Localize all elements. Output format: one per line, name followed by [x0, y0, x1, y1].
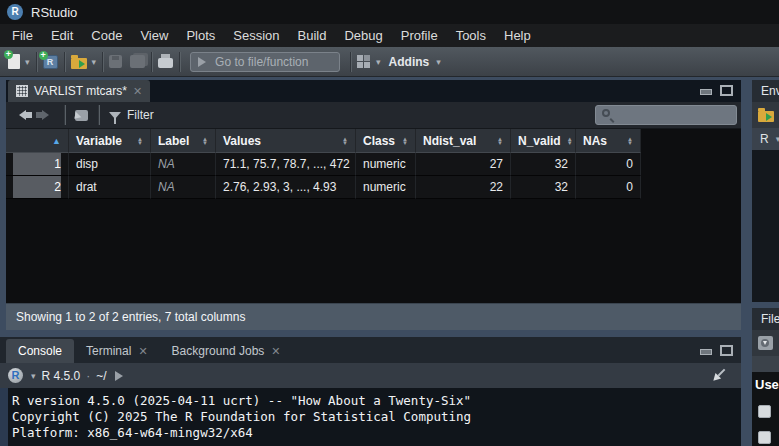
new-folder-icon[interactable] [758, 336, 773, 350]
maximize-icon[interactable] [720, 85, 733, 96]
tab-varlist-mtcars[interactable]: VARLIST mtcars* ✕ [8, 80, 150, 102]
maximize-icon[interactable] [720, 345, 733, 356]
minimize-icon[interactable] [700, 349, 712, 355]
panes-layout-button[interactable]: ▾ [357, 55, 381, 69]
open-file-button[interactable]: ▾ [71, 55, 97, 69]
open-directory-icon[interactable] [115, 371, 128, 381]
pane-window-buttons [700, 345, 733, 356]
addins-label: Addins [389, 55, 430, 69]
working-directory[interactable]: ~/ [96, 369, 106, 383]
sort-icon[interactable]: ▲▼ [196, 137, 208, 145]
menu-help[interactable]: Help [495, 24, 540, 47]
chevron-down-icon[interactable]: ▾ [31, 371, 36, 381]
sort-icon[interactable]: ▲▼ [491, 137, 503, 145]
files-path-bar [752, 356, 779, 372]
tab-environment[interactable]: Environment [752, 80, 779, 102]
environment-pane: Environment R ▾ [752, 80, 779, 302]
print-button[interactable] [158, 55, 173, 68]
chevron-down-icon[interactable]: ▾ [25, 57, 30, 67]
console-line: Copyright (C) 2025 The R Foundation for … [8, 409, 741, 425]
files-list: Users [752, 372, 779, 444]
tab-terminal[interactable]: Terminal ✕ [74, 339, 160, 363]
close-icon[interactable]: ✕ [271, 346, 280, 357]
sort-icon[interactable]: ▲▼ [621, 137, 633, 145]
files-breadcrumb[interactable]: Users [755, 377, 779, 392]
console-output[interactable]: R version 4.5.0 (2025-04-11 ucrt) -- "Ho… [0, 388, 741, 446]
menu-debug[interactable]: Debug [335, 24, 391, 47]
panes-grid-icon [357, 55, 371, 69]
title-bar: R RStudio [0, 0, 779, 24]
tab-background-jobs[interactable]: Background Jobs ✕ [160, 339, 293, 363]
tab-files[interactable]: Files [752, 308, 779, 330]
file-checkbox[interactable] [758, 405, 771, 418]
load-workspace-icon[interactable] [758, 111, 774, 122]
main-toolbar: + ▾ R+ ▾ ▾ [0, 47, 779, 77]
file-checkbox[interactable] [758, 431, 771, 444]
menu-build[interactable]: Build [289, 24, 336, 47]
back-button[interactable] [14, 110, 32, 120]
column-header-class[interactable]: Class▲▼ [356, 129, 416, 153]
save-icon [109, 55, 122, 68]
sort-icon[interactable]: ▲▼ [336, 137, 348, 145]
menu-profile[interactable]: Profile [392, 24, 447, 47]
sort-icon[interactable]: ▲▼ [396, 137, 408, 145]
r-version-icon[interactable]: R [8, 368, 23, 383]
data-viewer-icon [16, 85, 28, 97]
data-search-box[interactable] [595, 105, 737, 125]
minimize-icon[interactable] [700, 89, 712, 95]
sort-ascending-icon: ▲ [52, 129, 61, 153]
table-status-bar: Showing 1 to 2 of 2 entries, 7 total col… [6, 303, 741, 330]
toolbar-separator [64, 105, 65, 125]
chevron-down-icon[interactable]: ▾ [92, 57, 97, 67]
workspace: VARLIST mtcars* ✕ Filter [0, 77, 779, 446]
console-pane: Console Terminal ✕ Background Jobs ✕ R ▾ [0, 337, 741, 446]
rstudio-logo-icon: R [7, 4, 23, 20]
menu-tools[interactable]: Tools [447, 24, 495, 47]
new-project-icon: R+ [43, 55, 58, 69]
filter-icon[interactable] [109, 112, 121, 119]
sort-icon[interactable]: ▲▼ [561, 137, 573, 145]
column-header-n-valid[interactable]: N_valid▲▼ [511, 129, 576, 153]
menu-edit[interactable]: Edit [42, 24, 82, 47]
save-button[interactable] [109, 55, 122, 68]
column-header-values[interactable]: Values▲▼ [216, 129, 356, 153]
filter-button[interactable]: Filter [127, 108, 154, 122]
goto-file-search[interactable] [190, 52, 340, 72]
pane-window-buttons [700, 85, 733, 96]
column-header-nas[interactable]: NAs▲▼ [576, 129, 641, 153]
table-header-row: ▲ Variable▲▼ Label▲▼ Values▲▼ Class▲▼ Nd… [6, 129, 741, 153]
close-icon[interactable]: ✕ [138, 346, 147, 357]
menu-view[interactable]: View [131, 24, 177, 47]
r-version-label: R 4.5.0 [42, 369, 81, 383]
menu-file[interactable]: File [3, 24, 42, 47]
column-header-rownum[interactable]: ▲ [6, 129, 69, 153]
new-file-button[interactable]: + ▾ [8, 54, 30, 69]
files-toolbar [752, 330, 779, 356]
data-search-input[interactable] [595, 105, 737, 125]
menu-session[interactable]: Session [224, 24, 288, 47]
save-all-button[interactable] [130, 55, 145, 68]
menu-bar: File Edit Code View Plots Session Build … [0, 24, 779, 47]
source-tabstrip: VARLIST mtcars* ✕ [6, 80, 741, 102]
environment-scope-selector[interactable]: R ▾ [752, 128, 779, 150]
console-toolbar: R ▾ R 4.5.0 · ~/ [0, 363, 741, 388]
table-row[interactable]: 2 drat NA 2.76, 2.93, 3, ..., 4.93 numer… [6, 176, 741, 199]
menu-code[interactable]: Code [82, 24, 131, 47]
toolbar-separator [151, 52, 152, 72]
table-row[interactable]: 1 disp NA 71.1, 75.7, 78.7, ..., 472 num… [6, 153, 741, 176]
sort-icon[interactable]: ▲▼ [131, 137, 143, 145]
column-header-label[interactable]: Label▲▼ [151, 129, 216, 153]
toolbar-separator [64, 52, 65, 72]
goto-file-input[interactable] [190, 52, 340, 72]
menu-plots[interactable]: Plots [177, 24, 224, 47]
column-header-variable[interactable]: Variable▲▼ [69, 129, 151, 153]
close-icon[interactable]: ✕ [133, 86, 142, 97]
tab-console[interactable]: Console [6, 339, 74, 363]
open-in-new-window-icon[interactable] [75, 110, 88, 121]
addins-button[interactable]: Addins ▾ [381, 55, 441, 69]
toolbar-separator [179, 52, 180, 72]
column-header-ndist-val[interactable]: Ndist_val▲▼ [416, 129, 511, 153]
clear-console-icon[interactable] [708, 364, 731, 387]
new-project-button[interactable]: R+ [43, 55, 58, 69]
app-title: RStudio [31, 5, 77, 20]
